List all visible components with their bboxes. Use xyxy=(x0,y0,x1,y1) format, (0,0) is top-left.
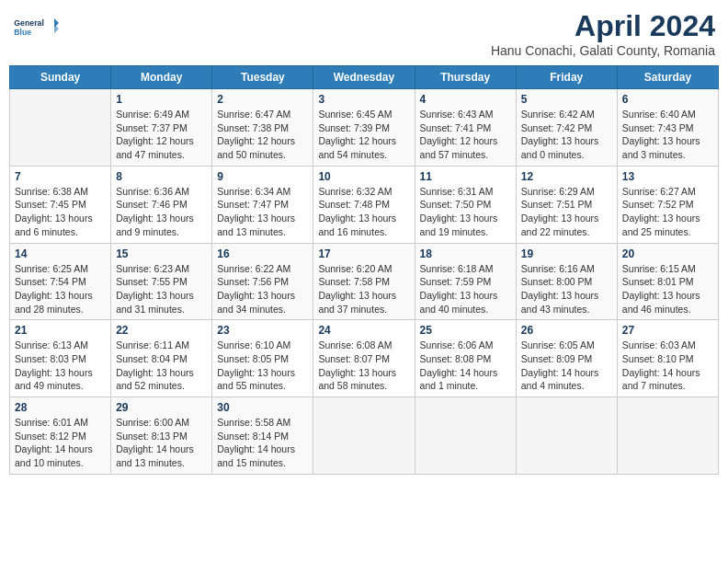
calendar-cell: 18Sunrise: 6:18 AMSunset: 7:59 PMDayligh… xyxy=(415,243,516,320)
weekday-header: Tuesday xyxy=(212,66,313,89)
calendar-table: SundayMondayTuesdayWednesdayThursdayFrid… xyxy=(9,65,719,475)
calendar-cell: 20Sunrise: 6:15 AMSunset: 8:01 PMDayligh… xyxy=(617,243,718,320)
day-info: Sunrise: 6:42 AMSunset: 7:42 PMDaylight:… xyxy=(521,108,612,162)
calendar-cell: 17Sunrise: 6:20 AMSunset: 7:58 PMDayligh… xyxy=(313,243,415,320)
calendar-week-row: 28Sunrise: 6:01 AMSunset: 8:12 PMDayligh… xyxy=(10,397,719,475)
day-number: 18 xyxy=(420,247,511,260)
calendar-cell: 5Sunrise: 6:42 AMSunset: 7:42 PMDaylight… xyxy=(516,89,617,167)
calendar-week-row: 21Sunrise: 6:13 AMSunset: 8:03 PMDayligh… xyxy=(10,320,719,397)
day-number: 4 xyxy=(420,93,511,106)
calendar-cell: 19Sunrise: 6:16 AMSunset: 8:00 PMDayligh… xyxy=(516,243,617,320)
day-number: 12 xyxy=(521,170,612,183)
day-number: 29 xyxy=(116,401,207,414)
day-info: Sunrise: 6:27 AMSunset: 7:52 PMDaylight:… xyxy=(622,185,713,239)
day-info: Sunrise: 6:47 AMSunset: 7:38 PMDaylight:… xyxy=(217,108,308,162)
calendar-cell: 10Sunrise: 6:32 AMSunset: 7:48 PMDayligh… xyxy=(313,166,415,243)
day-number: 24 xyxy=(318,324,409,337)
calendar-cell: 13Sunrise: 6:27 AMSunset: 7:52 PMDayligh… xyxy=(617,166,718,243)
day-number: 1 xyxy=(116,93,207,106)
day-info: Sunrise: 6:11 AMSunset: 8:04 PMDaylight:… xyxy=(116,339,207,393)
day-number: 27 xyxy=(622,324,713,337)
calendar-week-row: 14Sunrise: 6:25 AMSunset: 7:54 PMDayligh… xyxy=(10,243,719,320)
day-number: 13 xyxy=(622,170,713,183)
day-info: Sunrise: 6:25 AMSunset: 7:54 PMDaylight:… xyxy=(15,262,106,316)
calendar-cell: 21Sunrise: 6:13 AMSunset: 8:03 PMDayligh… xyxy=(10,320,111,397)
calendar-cell: 3Sunrise: 6:45 AMSunset: 7:39 PMDaylight… xyxy=(313,89,415,167)
day-info: Sunrise: 6:23 AMSunset: 7:55 PMDaylight:… xyxy=(116,262,207,316)
day-info: Sunrise: 6:00 AMSunset: 8:13 PMDaylight:… xyxy=(116,416,207,470)
day-number: 19 xyxy=(521,247,612,260)
calendar-cell: 24Sunrise: 6:08 AMSunset: 8:07 PMDayligh… xyxy=(313,320,415,397)
day-info: Sunrise: 6:32 AMSunset: 7:48 PMDaylight:… xyxy=(318,185,409,239)
logo: General Blue xyxy=(13,9,59,46)
day-number: 10 xyxy=(318,170,409,183)
calendar-cell: 9Sunrise: 6:34 AMSunset: 7:47 PMDaylight… xyxy=(212,166,313,243)
day-info: Sunrise: 6:16 AMSunset: 8:00 PMDaylight:… xyxy=(521,262,612,316)
day-info: Sunrise: 6:10 AMSunset: 8:05 PMDaylight:… xyxy=(217,339,308,393)
weekday-header: Friday xyxy=(516,66,617,89)
day-number: 3 xyxy=(318,93,409,106)
day-number: 15 xyxy=(116,247,207,260)
calendar-cell xyxy=(313,397,415,475)
day-number: 25 xyxy=(420,324,511,337)
day-info: Sunrise: 6:18 AMSunset: 7:59 PMDaylight:… xyxy=(420,262,511,316)
day-info: Sunrise: 6:43 AMSunset: 7:41 PMDaylight:… xyxy=(420,108,511,162)
calendar-cell: 12Sunrise: 6:29 AMSunset: 7:51 PMDayligh… xyxy=(516,166,617,243)
day-info: Sunrise: 6:45 AMSunset: 7:39 PMDaylight:… xyxy=(318,108,409,162)
calendar-cell xyxy=(617,397,718,475)
calendar-cell: 23Sunrise: 6:10 AMSunset: 8:05 PMDayligh… xyxy=(212,320,313,397)
calendar-week-row: 1Sunrise: 6:49 AMSunset: 7:37 PMDaylight… xyxy=(10,89,719,167)
page-title: April 2024 xyxy=(491,9,715,43)
logo-icon: General Blue xyxy=(13,9,59,46)
svg-text:Blue: Blue xyxy=(14,28,31,37)
day-number: 17 xyxy=(318,247,409,260)
calendar-cell: 27Sunrise: 6:03 AMSunset: 8:10 PMDayligh… xyxy=(617,320,718,397)
day-info: Sunrise: 6:06 AMSunset: 8:08 PMDaylight:… xyxy=(420,339,511,393)
day-number: 6 xyxy=(622,93,713,106)
day-number: 14 xyxy=(15,247,106,260)
calendar-cell: 6Sunrise: 6:40 AMSunset: 7:43 PMDaylight… xyxy=(617,89,718,167)
weekday-header-row: SundayMondayTuesdayWednesdayThursdayFrid… xyxy=(10,66,719,89)
day-number: 21 xyxy=(15,324,106,337)
calendar-cell: 2Sunrise: 6:47 AMSunset: 7:38 PMDaylight… xyxy=(212,89,313,167)
calendar-cell: 4Sunrise: 6:43 AMSunset: 7:41 PMDaylight… xyxy=(415,89,516,167)
day-info: Sunrise: 6:29 AMSunset: 7:51 PMDaylight:… xyxy=(521,185,612,239)
day-number: 16 xyxy=(217,247,308,260)
weekday-header: Sunday xyxy=(10,66,111,89)
weekday-header: Wednesday xyxy=(313,66,415,89)
calendar-cell: 7Sunrise: 6:38 AMSunset: 7:45 PMDaylight… xyxy=(10,166,111,243)
day-number: 26 xyxy=(521,324,612,337)
calendar-cell: 29Sunrise: 6:00 AMSunset: 8:13 PMDayligh… xyxy=(111,397,212,475)
day-info: Sunrise: 6:36 AMSunset: 7:46 PMDaylight:… xyxy=(116,185,207,239)
calendar-cell: 25Sunrise: 6:06 AMSunset: 8:08 PMDayligh… xyxy=(415,320,516,397)
calendar-week-row: 7Sunrise: 6:38 AMSunset: 7:45 PMDaylight… xyxy=(10,166,719,243)
day-number: 22 xyxy=(116,324,207,337)
day-info: Sunrise: 6:15 AMSunset: 8:01 PMDaylight:… xyxy=(622,262,713,316)
calendar-cell: 22Sunrise: 6:11 AMSunset: 8:04 PMDayligh… xyxy=(111,320,212,397)
day-number: 8 xyxy=(116,170,207,183)
calendar-cell xyxy=(10,89,111,167)
day-info: Sunrise: 6:22 AMSunset: 7:56 PMDaylight:… xyxy=(217,262,308,316)
calendar-cell: 15Sunrise: 6:23 AMSunset: 7:55 PMDayligh… xyxy=(111,243,212,320)
svg-text:General: General xyxy=(14,18,44,28)
calendar-cell: 11Sunrise: 6:31 AMSunset: 7:50 PMDayligh… xyxy=(415,166,516,243)
calendar-cell: 8Sunrise: 6:36 AMSunset: 7:46 PMDaylight… xyxy=(111,166,212,243)
day-info: Sunrise: 6:49 AMSunset: 7:37 PMDaylight:… xyxy=(116,108,207,162)
calendar-cell: 14Sunrise: 6:25 AMSunset: 7:54 PMDayligh… xyxy=(10,243,111,320)
weekday-header: Monday xyxy=(111,66,212,89)
day-info: Sunrise: 6:31 AMSunset: 7:50 PMDaylight:… xyxy=(420,185,511,239)
day-info: Sunrise: 6:01 AMSunset: 8:12 PMDaylight:… xyxy=(15,416,106,470)
page-subtitle: Hanu Conachi, Galati County, Romania xyxy=(491,43,715,58)
day-info: Sunrise: 6:38 AMSunset: 7:45 PMDaylight:… xyxy=(15,185,106,239)
day-info: Sunrise: 6:05 AMSunset: 8:09 PMDaylight:… xyxy=(521,339,612,393)
day-info: Sunrise: 6:34 AMSunset: 7:47 PMDaylight:… xyxy=(217,185,308,239)
day-number: 9 xyxy=(217,170,308,183)
day-number: 11 xyxy=(420,170,511,183)
page-header: General Blue April 2024 Hanu Conachi, Ga… xyxy=(9,9,719,58)
weekday-header: Saturday xyxy=(617,66,718,89)
calendar-cell: 26Sunrise: 6:05 AMSunset: 8:09 PMDayligh… xyxy=(516,320,617,397)
day-number: 30 xyxy=(217,401,308,414)
calendar-cell xyxy=(516,397,617,475)
day-number: 23 xyxy=(217,324,308,337)
day-info: Sunrise: 6:03 AMSunset: 8:10 PMDaylight:… xyxy=(622,339,713,393)
